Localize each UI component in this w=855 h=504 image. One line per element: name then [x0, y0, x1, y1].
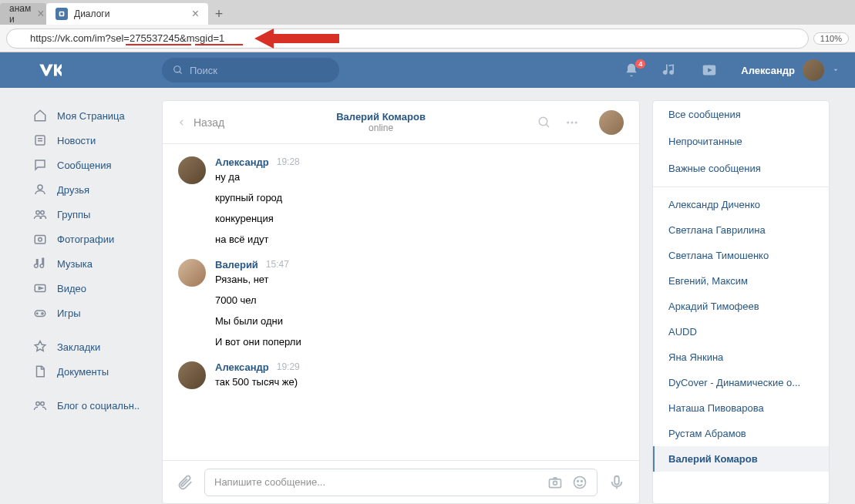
nav-item-bookmarks[interactable]: Закладки	[32, 334, 162, 359]
search-input[interactable]	[190, 65, 328, 76]
nav-label: Фотографии	[57, 234, 114, 245]
message-author[interactable]: Валерий	[215, 259, 258, 270]
dialog-item[interactable]: Аркадий Тимофеев	[653, 294, 829, 319]
filter-item[interactable]: Важные сообщения	[653, 155, 829, 182]
video-play-icon[interactable]	[701, 62, 718, 79]
nav-label: Игры	[57, 307, 81, 319]
vk-logo-icon[interactable]	[39, 63, 69, 77]
nav-item-home[interactable]: Моя Страница	[32, 103, 162, 128]
dialog-item[interactable]: Евгений, Максим	[653, 268, 829, 294]
emoji-icon[interactable]	[572, 475, 587, 490]
attach-icon[interactable]	[177, 474, 194, 491]
svg-point-21	[36, 402, 40, 406]
message-group: Александр19:28ну дакрупный городконкурен…	[178, 156, 624, 245]
message-text: крупный город	[215, 192, 624, 203]
groups-icon	[32, 207, 48, 221]
svg-point-14	[41, 211, 45, 215]
message-time: 15:47	[266, 259, 289, 270]
nav-label: Новости	[57, 135, 96, 146]
chat-contact-name: Валерий Комаров	[224, 111, 537, 123]
avatar[interactable]	[599, 110, 624, 135]
url-input[interactable]	[6, 29, 809, 49]
svg-point-26	[571, 121, 574, 123]
message-input[interactable]	[214, 476, 538, 488]
message-text: Рязань, нет	[215, 274, 624, 285]
messages-icon	[32, 158, 48, 172]
voice-icon[interactable]	[608, 474, 625, 491]
svg-marker-18	[39, 287, 43, 290]
chat-status: online	[224, 123, 537, 133]
dialog-item[interactable]: Наташа Пивоварова	[653, 395, 829, 421]
bookmarks-icon	[32, 340, 48, 354]
annotation-arrow-icon	[254, 27, 339, 50]
message-author[interactable]: Александр	[215, 361, 269, 373]
games-icon	[32, 306, 48, 320]
nav-item-photos[interactable]: Фотографии	[32, 227, 162, 251]
svg-point-22	[41, 402, 45, 406]
dialog-item[interactable]: Светлана Гаврилина	[653, 217, 829, 243]
nav-item-friends[interactable]: Друзья	[32, 177, 162, 202]
music-icon	[32, 257, 48, 270]
browser-tab-active[interactable]: Диалоги ×	[46, 3, 208, 25]
nav-item-news[interactable]: Новости	[32, 128, 162, 153]
message-group: Валерий15:47Рязань, нет7000 челМы были о…	[178, 259, 624, 348]
new-tab-button[interactable]: +	[208, 3, 230, 25]
chat-panel: Назад Валерий Комаров online Александр19…	[162, 100, 640, 504]
nav-item-games[interactable]: Игры	[32, 301, 162, 325]
message-text: на всё идут	[215, 234, 624, 245]
svg-point-32	[581, 480, 583, 482]
nav-item-video[interactable]: Видео	[32, 276, 162, 301]
avatar[interactable]	[178, 361, 206, 389]
dialog-item[interactable]: Светлана Тимошенко	[653, 243, 829, 268]
avatar	[803, 59, 824, 81]
filter-item[interactable]: Непрочитанные	[653, 128, 829, 155]
notifications-icon[interactable]: 4	[624, 62, 639, 78]
message-text: так 500 тысяч же)	[215, 376, 624, 388]
close-icon[interactable]: ×	[192, 8, 199, 20]
chevron-left-icon	[178, 116, 186, 129]
nav-label: Блог о социальн..	[57, 400, 140, 412]
message-text: Мы были одни	[215, 315, 624, 327]
dialog-item[interactable]: Александр Диченко	[653, 192, 829, 217]
dialog-item[interactable]: AUDD	[653, 319, 829, 344]
user-menu[interactable]: Александр	[741, 59, 840, 81]
dialog-item[interactable]: Валерий Комаров	[653, 446, 829, 472]
camera-icon[interactable]	[547, 475, 563, 490]
notification-badge: 4	[635, 59, 645, 69]
svg-line-24	[546, 124, 549, 127]
nav-label: Моя Страница	[57, 110, 125, 122]
avatar[interactable]	[178, 259, 206, 287]
more-icon[interactable]	[565, 116, 579, 129]
zoom-badge[interactable]: 110%	[813, 32, 849, 45]
nav-item-music[interactable]: Музыка	[32, 251, 162, 276]
back-button[interactable]: Назад	[178, 116, 224, 129]
dialog-item[interactable]: Рустам Абрамов	[653, 421, 829, 446]
chat-title[interactable]: Валерий Комаров online	[224, 111, 537, 133]
svg-marker-4	[254, 29, 339, 49]
search-icon	[173, 65, 183, 76]
avatar[interactable]	[178, 156, 206, 184]
dialog-item[interactable]: Яна Янкина	[653, 344, 829, 370]
nav-item-groups[interactable]: Группы	[32, 202, 162, 227]
nav-item-blog[interactable]: Блог о социальн..	[32, 393, 162, 418]
nav-label: Сообщения	[57, 160, 112, 171]
svg-point-5	[174, 66, 180, 72]
close-icon[interactable]: ×	[37, 8, 44, 20]
nav-label: Документы	[57, 366, 109, 378]
tab-label: Диалоги	[74, 8, 109, 19]
nav-item-messages[interactable]: Сообщения	[32, 153, 162, 177]
news-icon	[32, 133, 48, 147]
chat-search-icon[interactable]	[537, 116, 551, 129]
browser-tab-inactive[interactable]: анам и ×	[0, 3, 46, 25]
header-search[interactable]	[162, 58, 339, 82]
message-author[interactable]: Александр	[215, 156, 269, 168]
filter-item[interactable]: Все сообщения	[653, 101, 829, 128]
username: Александр	[741, 65, 795, 76]
vk-header: 4 Александр	[0, 52, 855, 88]
music-icon[interactable]	[662, 62, 678, 78]
message-group: Александр19:29так 500 тысяч же)	[178, 361, 624, 389]
docs-icon	[32, 365, 48, 378]
dialog-item[interactable]: DyCover - Динамические о...	[653, 370, 829, 395]
nav-label: Друзья	[57, 184, 89, 196]
nav-item-docs[interactable]: Документы	[32, 359, 162, 384]
